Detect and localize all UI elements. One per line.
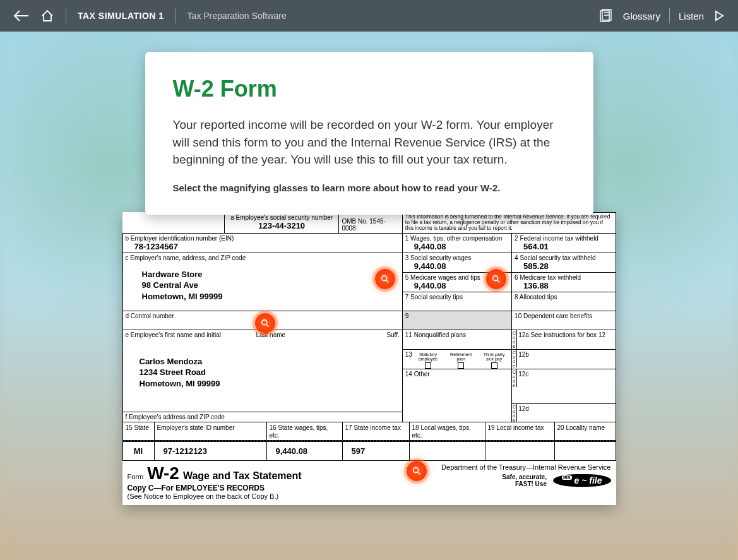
dept-line: Department of the Treasury—Internal Reve… [441, 463, 610, 471]
box1-label: 1 Wages, tips, other compensation [405, 235, 509, 242]
box12b-label: 12b [517, 350, 530, 367]
form-prefix: Form [128, 473, 144, 480]
card-body: Your reported income will be recorded on… [173, 116, 566, 169]
statutory-checkbox [425, 362, 431, 369]
box16-label: 16 State wages, tips, etc. [270, 424, 328, 439]
box12a-label: 12a See instructions for box 12 [517, 330, 607, 349]
employee-addr2: Hometown, MI 99999 [140, 378, 402, 390]
box15-ein-label: Employer's state ID number [157, 424, 235, 431]
card-instruction: Select the magnifying glasses to learn m… [173, 182, 566, 193]
box20-label: 20 Locality name [557, 424, 605, 431]
box16-value: 9,440.08 [266, 442, 342, 461]
box13-label: 13 [405, 351, 412, 369]
box13-retirement: Retirement plan [449, 352, 473, 361]
box9-label: 9 [405, 313, 509, 319]
form-footer: Form W-2 Wage and Tax Statement Copy C—F… [122, 461, 616, 505]
box4-label: 4 Social security tax withheld [515, 254, 612, 261]
box4-value: 585.28 [515, 261, 612, 271]
box3-label: 3 Social security wages [405, 254, 509, 261]
box14-label: 14 Other [405, 371, 509, 378]
box19-label: 19 Local income tax [488, 424, 544, 431]
employer-name: Hardware Store [142, 269, 400, 280]
play-icon[interactable] [713, 9, 725, 22]
employer-addr1: 98 Central Ave [142, 280, 400, 291]
svg-line-9 [266, 325, 268, 326]
magnify-tax-withheld-icon[interactable] [486, 269, 506, 289]
box12d-label: 12d [517, 404, 530, 422]
svg-point-6 [492, 275, 497, 280]
retirement-checkbox [458, 362, 464, 369]
box-e-label: e Employee's first name and initial [126, 331, 256, 338]
box2-label: 2 Federal income tax withheld [515, 235, 612, 242]
box-a-value: 123-44-3210 [227, 221, 336, 230]
box7-label: 7 Social security tips [405, 294, 509, 309]
form-code: W-2 [147, 463, 179, 484]
safe-line2: FAST! Use [502, 480, 547, 487]
form-title: Wage and Tax Statement [183, 470, 302, 482]
efile-logo: IRS e ~ file [553, 474, 611, 487]
box-e-suffix: Suff. [386, 331, 399, 338]
employee-addr1: 1234 Street Road [140, 367, 402, 378]
employee-name: Carlos Mendoza [140, 356, 402, 367]
glossary-link[interactable]: Glossary [623, 11, 660, 21]
box-c-label: c Employer's name, address, and ZIP code [126, 254, 400, 261]
notice-line: (See Notice to Employee on the back of C… [128, 492, 302, 500]
box12c-label: 12c [517, 369, 530, 387]
furnish-text: This information is being furnished to t… [402, 212, 616, 233]
box-f-label: f Employee's address and ZIP code [123, 412, 402, 422]
box18-label: 18 Local wages, tips, etc. [412, 424, 471, 439]
glossary-icon[interactable] [599, 9, 614, 23]
box10-label: 10 Dependent care benefits [515, 313, 612, 319]
home-icon[interactable] [40, 9, 54, 23]
top-bar: TAX SIMULATION 1 Tax Preparation Softwar… [0, 0, 738, 32]
box15-label: 15 State [126, 424, 149, 431]
listen-link[interactable]: Listen [679, 11, 704, 21]
box6-label: 6 Medicare tax withheld [515, 274, 612, 281]
box13-statutory: Statutory employee [414, 352, 443, 361]
box17-value: 597 [342, 442, 409, 461]
svg-line-7 [497, 280, 499, 282]
svg-line-11 [418, 472, 420, 474]
svg-point-4 [381, 275, 386, 280]
divider [669, 8, 670, 23]
divider [66, 8, 66, 23]
svg-point-8 [261, 319, 266, 325]
box6-value: 136.88 [515, 281, 612, 290]
magnify-wages-icon[interactable] [375, 269, 395, 289]
page-subtitle: Tax Preparation Software [187, 11, 287, 21]
w2-form: a Employee's social security number 123-… [122, 212, 616, 506]
box13-sickpay: Third-party sick pay [479, 352, 509, 361]
box15-state: MI [122, 442, 154, 461]
box15-ein-value: 97-1212123 [154, 442, 266, 461]
box1-value: 9,440.08 [405, 242, 509, 251]
sim-title: TAX SIMULATION 1 [78, 11, 164, 21]
omb-number: OMB No. 1545-0008 [342, 218, 399, 232]
safe-line1: Safe, accurate, [502, 474, 547, 480]
card-heading: W-2 Form [173, 76, 566, 102]
box-b-value: 78-1234567 [126, 242, 400, 251]
box8-label: 8 Allocated tips [515, 294, 612, 301]
box-e-lastname: Last name [256, 331, 386, 338]
svg-point-10 [413, 467, 418, 472]
magnify-employer-icon[interactable] [255, 313, 275, 333]
info-card: W-2 Form Your reported income will be re… [145, 52, 593, 215]
box11-label: 11 Nonqualified plans [405, 331, 509, 347]
sickpay-checkbox [491, 362, 497, 369]
box-b-label: b Employer identification number (EIN) [126, 235, 400, 242]
divider [176, 8, 176, 23]
employer-addr2: Hometown, MI 99999 [142, 291, 400, 302]
box17-label: 17 State income tax [345, 424, 401, 431]
box-a-label: a Employee's social security number [227, 214, 336, 221]
svg-line-5 [386, 280, 388, 282]
box2-value: 564.01 [515, 242, 612, 251]
back-arrow-icon[interactable] [13, 9, 29, 22]
copy-line: Copy C—For EMPLOYEE'S RECORDS [128, 484, 302, 492]
magnify-state-tax-icon[interactable] [407, 461, 427, 481]
